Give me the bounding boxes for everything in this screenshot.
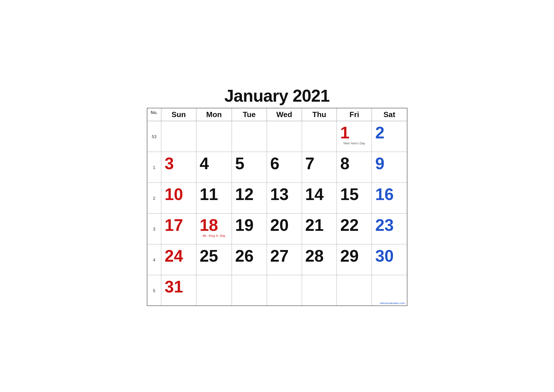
week-row-2: 210111213141516 — [147, 182, 407, 213]
day-cell-0-3 — [267, 121, 302, 152]
week-number-4: 4 — [147, 244, 161, 275]
day-cell-3-2: 19 — [232, 213, 267, 244]
day-number: 21 — [303, 216, 335, 233]
day-cell-3-6: 23 — [372, 213, 407, 244]
day-number: 25 — [198, 246, 230, 264]
day-cell-5-3 — [267, 275, 302, 306]
day-cell-4-5: 29 — [337, 244, 372, 275]
header-no: No. — [147, 108, 161, 121]
day-number: 18 — [198, 216, 230, 233]
day-cell-0-5: 1New Year's Day — [337, 121, 372, 152]
day-cell-1-5: 8 — [337, 152, 372, 182]
day-number: 14 — [303, 185, 335, 203]
day-cell-4-6: 30 — [372, 244, 407, 275]
week-row-0: 531New Year's Day2 — [147, 121, 407, 152]
day-cell-3-1: 18ML. King Jr. Day — [196, 213, 232, 244]
week-row-4: 424252627282930 — [147, 244, 407, 275]
week-row-5: 531wheniscalendars.com — [147, 275, 407, 306]
day-number: 12 — [233, 185, 265, 203]
day-cell-0-0 — [161, 121, 196, 152]
week-row-1: 13456789 — [147, 152, 407, 182]
day-cell-3-3: 20 — [267, 213, 302, 244]
day-cell-4-4: 28 — [302, 244, 337, 275]
day-cell-4-1: 25 — [196, 244, 232, 275]
day-number: 2 — [373, 123, 405, 141]
day-cell-1-6: 9 — [372, 152, 407, 182]
header-thu: Thu — [302, 108, 337, 121]
day-cell-3-0: 17 — [161, 213, 196, 244]
day-cell-2-1: 11 — [196, 182, 232, 213]
day-cell-1-3: 6 — [267, 152, 302, 182]
week-row-3: 31718ML. King Jr. Day1920212223 — [147, 213, 407, 244]
day-cell-5-0: 31 — [161, 275, 196, 306]
day-cell-5-1 — [196, 275, 232, 306]
day-number: 15 — [338, 185, 370, 203]
day-cell-0-2 — [232, 121, 267, 152]
header-row: No. Sun Mon Tue Wed Thu Fri Sat — [147, 108, 407, 121]
header-tue: Tue — [232, 108, 267, 121]
day-number: 19 — [233, 216, 265, 233]
day-cell-5-2 — [232, 275, 267, 306]
day-cell-1-4: 7 — [302, 152, 337, 182]
day-cell-1-0: 3 — [161, 152, 196, 182]
day-cell-3-5: 22 — [337, 213, 372, 244]
day-number: 20 — [268, 216, 300, 233]
day-number: 26 — [233, 246, 265, 264]
calendar-container: January 2021 No. Sun Mon Tue Wed Thu Fri… — [147, 86, 407, 306]
day-number: 31 — [163, 277, 195, 295]
day-number: 28 — [303, 246, 335, 264]
day-number: 30 — [373, 246, 405, 264]
day-cell-1-2: 5 — [232, 152, 267, 182]
day-number: 8 — [338, 154, 370, 172]
day-number: 23 — [373, 216, 405, 233]
day-cell-4-3: 27 — [267, 244, 302, 275]
day-number: 13 — [268, 185, 300, 203]
day-number: 17 — [163, 216, 195, 233]
day-number: 3 — [163, 154, 195, 172]
day-number: 27 — [268, 246, 300, 264]
day-cell-2-5: 15 — [337, 182, 372, 213]
day-cell-4-2: 26 — [232, 244, 267, 275]
header-sun: Sun — [161, 108, 196, 121]
day-cell-1-1: 4 — [196, 152, 232, 182]
day-number: 4 — [198, 154, 230, 172]
day-number: 10 — [163, 185, 195, 203]
day-number: 7 — [303, 154, 335, 172]
day-cell-2-6: 16 — [372, 182, 407, 213]
day-number: 16 — [373, 185, 405, 203]
day-number: 9 — [373, 154, 405, 172]
week-number-1: 1 — [147, 152, 161, 182]
day-number: 22 — [338, 216, 370, 233]
week-number-2: 2 — [147, 182, 161, 213]
day-cell-5-5 — [337, 275, 372, 306]
day-cell-2-0: 10 — [161, 182, 196, 213]
watermark: wheniscalendars.com — [380, 302, 406, 305]
day-number: 29 — [338, 246, 370, 264]
day-cell-5-4 — [302, 275, 337, 306]
header-fri: Fri — [337, 108, 372, 121]
day-cell-5-6: wheniscalendars.com — [372, 275, 407, 306]
week-number-3: 3 — [147, 213, 161, 244]
holiday-label: ML. King Jr. Day — [198, 234, 230, 238]
header-mon: Mon — [196, 108, 232, 121]
day-number: 11 — [198, 185, 230, 203]
calendar-title: January 2021 — [147, 86, 407, 105]
holiday-label: New Year's Day — [338, 141, 370, 145]
day-cell-2-4: 14 — [302, 182, 337, 213]
day-cell-2-3: 13 — [267, 182, 302, 213]
day-number: 6 — [268, 154, 300, 172]
day-cell-3-4: 21 — [302, 213, 337, 244]
day-cell-2-2: 12 — [232, 182, 267, 213]
day-cell-0-6: 2 — [372, 121, 407, 152]
week-number-5: 5 — [147, 275, 161, 306]
day-cell-0-4 — [302, 121, 337, 152]
day-cell-0-1 — [196, 121, 232, 152]
day-number: 5 — [233, 154, 265, 172]
calendar-table: No. Sun Mon Tue Wed Thu Fri Sat 531New Y… — [147, 108, 407, 306]
day-number: 24 — [163, 246, 195, 264]
header-wed: Wed — [267, 108, 302, 121]
day-cell-4-0: 24 — [161, 244, 196, 275]
header-sat: Sat — [372, 108, 407, 121]
week-number-0: 53 — [147, 121, 161, 152]
day-number: 1 — [338, 123, 370, 141]
